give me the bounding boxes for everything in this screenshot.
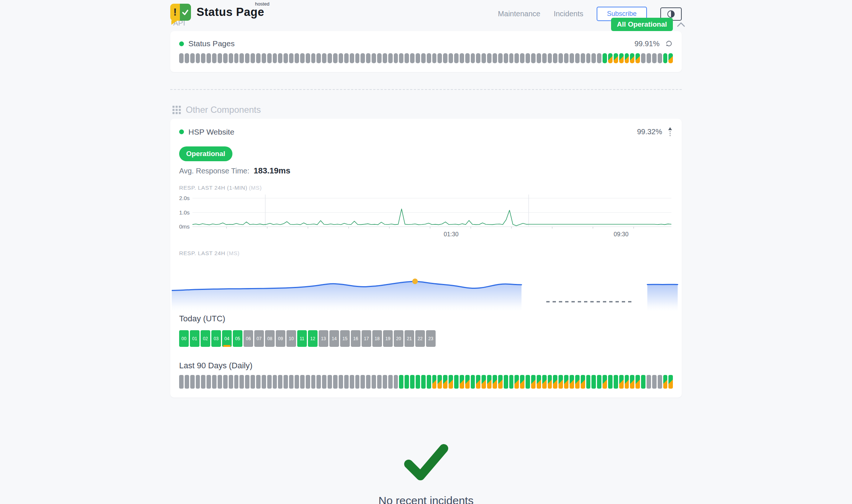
uptime-bar[interactable] (635, 53, 640, 63)
uptime-bar[interactable] (322, 53, 326, 63)
uptime-bar[interactable] (641, 375, 645, 389)
uptime-bar[interactable] (498, 53, 503, 63)
uptime-bar[interactable] (300, 375, 305, 389)
uptime-bar[interactable] (388, 375, 393, 389)
uptime-bar[interactable] (548, 375, 552, 389)
uptime-bar[interactable] (514, 53, 519, 63)
uptime-bar[interactable] (619, 375, 624, 389)
uptime-bar[interactable] (289, 375, 293, 389)
uptime-bar[interactable] (218, 53, 222, 63)
uptime-bar[interactable] (333, 375, 338, 389)
uptime-bar[interactable] (284, 53, 288, 63)
uptime-bar[interactable] (437, 53, 442, 63)
nav-incidents[interactable]: Incidents (554, 10, 583, 18)
uptime-bar[interactable] (663, 53, 668, 63)
uptime-bar[interactable] (267, 375, 272, 389)
uptime-bar[interactable] (542, 53, 547, 63)
hour-block-16[interactable]: 16 (351, 330, 360, 347)
uptime-bar[interactable] (575, 53, 580, 63)
hour-block-13[interactable]: 13 (319, 330, 328, 347)
uptime-bar[interactable] (548, 53, 552, 63)
uptime-bar[interactable] (399, 53, 403, 63)
uptime-bar[interactable] (443, 53, 447, 63)
uptime-bar[interactable] (190, 375, 195, 389)
uptime-bar[interactable] (559, 53, 563, 63)
uptime-bar[interactable] (559, 375, 563, 389)
uptime-bar[interactable] (614, 53, 618, 63)
uptime-bar[interactable] (322, 375, 326, 389)
uptime-bar[interactable] (218, 375, 222, 389)
uptime-bar[interactable] (531, 375, 536, 389)
uptime-bar[interactable] (526, 53, 530, 63)
uptime-bar[interactable] (537, 53, 541, 63)
uptime-bar[interactable] (311, 53, 316, 63)
uptime-bar[interactable] (597, 375, 601, 389)
uptime-bar[interactable] (570, 375, 574, 389)
uptime-bar[interactable] (388, 53, 393, 63)
hour-block-00[interactable]: 00 (179, 330, 189, 347)
hour-block-05[interactable]: 05 (233, 330, 242, 347)
uptime-bar[interactable] (427, 53, 431, 63)
uptime-bar[interactable] (196, 53, 200, 63)
nav-maintenance[interactable]: Maintenance (498, 10, 540, 18)
uptime-bar[interactable] (520, 375, 524, 389)
resp-1min-chart[interactable]: 2.0s1.0s0ms01:3009:30 (179, 195, 673, 240)
uptime-bar[interactable] (372, 53, 376, 63)
uptime-bar[interactable] (229, 375, 233, 389)
uptime-bar[interactable] (273, 375, 277, 389)
uptime-bar[interactable] (421, 375, 426, 389)
uptime-bar[interactable] (344, 375, 349, 389)
uptime-bar[interactable] (185, 375, 189, 389)
uptime-bar[interactable] (608, 53, 613, 63)
uptime-bar[interactable] (476, 375, 480, 389)
uptime-bar[interactable] (421, 53, 426, 63)
uptime-bar[interactable] (493, 375, 497, 389)
refresh-icon[interactable] (665, 40, 673, 47)
uptime-bar[interactable] (394, 53, 398, 63)
uptime-bar[interactable] (603, 53, 607, 63)
uptime-bar[interactable] (504, 53, 508, 63)
uptime-bar[interactable] (658, 375, 662, 389)
uptime-bar[interactable] (416, 53, 420, 63)
uptime-bar[interactable] (344, 53, 349, 63)
uptime-bar[interactable] (251, 53, 255, 63)
hour-block-21[interactable]: 21 (405, 330, 414, 347)
hour-block-17[interactable]: 17 (362, 330, 371, 347)
uptime-bar[interactable] (652, 375, 657, 389)
uptime-bar[interactable] (212, 375, 217, 389)
uptime-bar[interactable] (460, 375, 464, 389)
hour-block-04[interactable]: 04 (222, 330, 232, 347)
uptime-bar[interactable] (460, 53, 464, 63)
uptime-bar[interactable] (432, 53, 437, 63)
hour-block-02[interactable]: 02 (201, 330, 210, 347)
hour-block-08[interactable]: 08 (265, 330, 275, 347)
uptime-bar[interactable] (179, 53, 184, 63)
brand-logo[interactable]: ! Status Page hosted (170, 4, 264, 21)
uptime-bar[interactable] (360, 375, 365, 389)
uptime-bar[interactable] (509, 375, 514, 389)
hour-block-23[interactable]: 23 (426, 330, 436, 347)
uptime-bar[interactable] (482, 53, 486, 63)
uptime-bar[interactable] (350, 53, 354, 63)
uptime-bar[interactable] (316, 53, 321, 63)
uptime-bar[interactable] (207, 375, 211, 389)
uptime-bar[interactable] (234, 375, 239, 389)
uptime-bar[interactable] (668, 375, 673, 389)
uptime-bar[interactable] (432, 375, 437, 389)
uptime-bar[interactable] (553, 53, 557, 63)
uptime-bar[interactable] (405, 53, 409, 63)
uptime-bar[interactable] (427, 375, 431, 389)
uptime-bar[interactable] (196, 375, 200, 389)
uptime-bar[interactable] (663, 375, 668, 389)
uptime-bar[interactable] (366, 375, 370, 389)
uptime-bar[interactable] (399, 375, 403, 389)
uptime-bar[interactable] (416, 375, 420, 389)
uptime-bar[interactable] (482, 375, 486, 389)
uptime-bar[interactable] (504, 375, 508, 389)
uptime-bar[interactable] (278, 53, 282, 63)
uptime-bar[interactable] (570, 53, 574, 63)
uptime-bar[interactable] (553, 375, 557, 389)
uptime-bar[interactable] (405, 375, 409, 389)
hour-block-11[interactable]: 11 (297, 330, 307, 347)
uptime-bar[interactable] (201, 53, 205, 63)
